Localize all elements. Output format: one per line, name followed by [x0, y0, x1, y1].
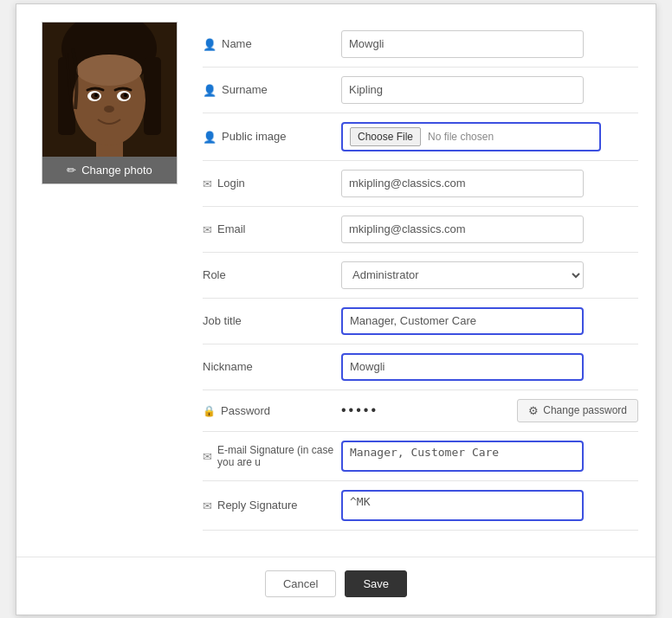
- svg-point-6: [76, 55, 142, 86]
- file-input-wrapper: Choose File No file chosen: [341, 122, 601, 151]
- role-control: Administrator Manager Agent Viewer: [341, 261, 638, 289]
- pencil-icon: ✏: [67, 164, 76, 177]
- email-signature-input[interactable]: Manager, Customer Care: [341, 441, 584, 472]
- password-control: ••••• ⚙ Change password: [341, 399, 638, 422]
- cancel-button[interactable]: Cancel: [265, 570, 336, 597]
- email-icon-4: [203, 499, 212, 512]
- role-select[interactable]: Administrator Manager Agent Viewer: [341, 261, 584, 289]
- role-label: Role: [203, 268, 341, 281]
- reply-signature-label: Reply Signature: [203, 499, 341, 512]
- photo-wrapper: ✏ Change photo: [42, 22, 178, 184]
- name-row: Name: [203, 22, 638, 68]
- name-control: [341, 30, 638, 58]
- choose-file-button[interactable]: Choose File: [350, 127, 421, 146]
- nickname-row: Nickname: [203, 344, 638, 390]
- email-row: Email: [203, 207, 638, 253]
- person-icon: [203, 37, 216, 51]
- save-button[interactable]: Save: [345, 570, 407, 597]
- password-row: Password ••••• ⚙ Change password: [203, 390, 638, 432]
- password-label: Password: [203, 403, 341, 417]
- public-image-row: Public image Choose File No file chosen: [203, 113, 638, 161]
- job-title-input[interactable]: [341, 307, 584, 335]
- name-input[interactable]: [341, 30, 584, 58]
- email-signature-label: E-mail Signature (in case you are u: [203, 444, 341, 468]
- change-password-button[interactable]: ⚙ Change password: [517, 399, 638, 422]
- surname-label: Surname: [203, 83, 341, 97]
- nickname-label: Nickname: [203, 360, 341, 373]
- public-image-label: Public image: [203, 130, 341, 144]
- public-image-control: Choose File No file chosen: [341, 122, 638, 151]
- email-input[interactable]: [341, 216, 584, 243]
- card-footer: Cancel Save: [16, 557, 656, 606]
- surname-row: Surname: [203, 68, 638, 113]
- reply-signature-row: Reply Signature ^MK: [203, 481, 638, 531]
- person-icon-2: [203, 83, 216, 97]
- email-icon-3: [203, 449, 212, 463]
- no-file-label: No file chosen: [428, 131, 494, 143]
- lock-icon: [203, 403, 216, 417]
- job-title-control: [341, 307, 638, 335]
- email-icon: [203, 177, 212, 190]
- login-row: Login: [203, 161, 638, 207]
- name-label: Name: [203, 37, 341, 51]
- nickname-input[interactable]: [341, 353, 584, 381]
- reply-signature-control: ^MK: [341, 490, 638, 521]
- card-body: ✏ Change photo Name: [16, 4, 656, 548]
- email-icon-2: [203, 222, 212, 236]
- surname-control: [341, 76, 638, 104]
- nickname-control: [341, 353, 638, 381]
- surname-input[interactable]: [341, 76, 584, 104]
- login-input[interactable]: [341, 170, 584, 197]
- profile-card: ✏ Change photo Name: [16, 3, 656, 615]
- email-signature-control: Manager, Customer Care: [341, 441, 638, 472]
- job-title-label: Job title: [203, 314, 341, 327]
- form-panel: Name Surname: [203, 22, 638, 531]
- avatar-image: [42, 23, 177, 157]
- person-icon-3: [203, 130, 216, 144]
- email-signature-row: E-mail Signature (in case you are u Mana…: [203, 432, 638, 481]
- change-photo-label: Change photo: [81, 164, 152, 177]
- page-container: ✏ Change photo Name: [0, 0, 672, 618]
- svg-point-13: [104, 106, 114, 113]
- password-dots: •••••: [341, 402, 510, 418]
- role-row: Role Administrator Manager Agent Viewer: [203, 253, 638, 299]
- email-control: [341, 216, 638, 243]
- svg-point-12: [124, 93, 127, 97]
- email-label: Email: [203, 222, 341, 236]
- login-control: [341, 170, 638, 197]
- job-title-row: Job title: [203, 299, 638, 344]
- svg-point-11: [94, 93, 98, 97]
- svg-rect-3: [144, 57, 161, 135]
- left-panel: ✏ Change photo: [34, 22, 185, 531]
- change-photo-button[interactable]: ✏ Change photo: [42, 157, 177, 183]
- login-label: Login: [203, 177, 341, 190]
- gear-icon: ⚙: [528, 404, 539, 417]
- reply-signature-input[interactable]: ^MK: [341, 490, 584, 521]
